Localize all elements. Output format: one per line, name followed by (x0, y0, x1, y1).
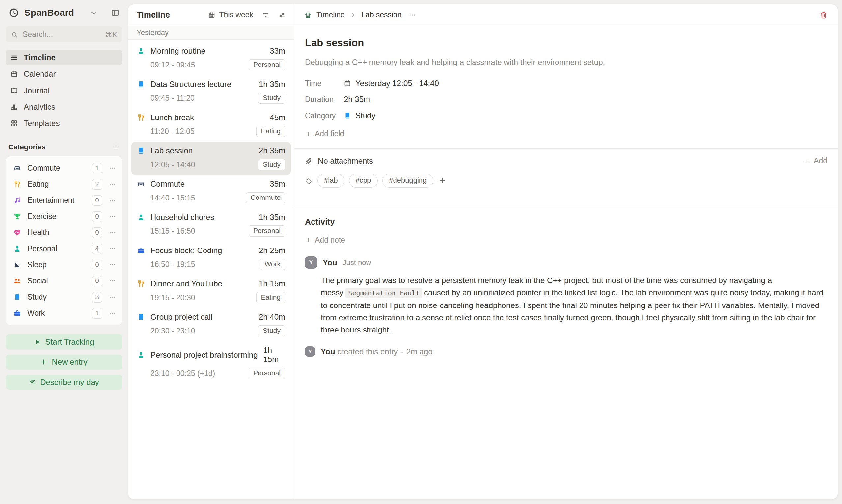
timeline-entry-lab-session[interactable]: Lab session2h 35m12:05 - 14:40Study (131, 142, 291, 175)
sidebar-toggle-icon[interactable] (111, 8, 120, 17)
dots-h-icon[interactable] (109, 277, 116, 285)
plus-icon (40, 359, 48, 366)
person-icon (137, 213, 145, 221)
search-shortcut: ⌘K (105, 31, 117, 38)
date-range-selector[interactable]: This week (208, 11, 253, 19)
detail-body: Lab session Debugging a C++ memory leak … (294, 26, 838, 357)
app-title: SpanBoard (24, 7, 74, 18)
entry-duration: 35m (270, 179, 285, 188)
attachments-empty-label: No attachments (318, 156, 373, 166)
category-row-health[interactable]: Health0 (6, 224, 122, 241)
category-row-sleep[interactable]: Sleep0 (6, 257, 122, 273)
field-value-duration[interactable]: 2h 35m (344, 95, 827, 104)
sidebar-item-journal[interactable]: Journal (5, 83, 122, 98)
sidebar-item-calendar[interactable]: Calendar (5, 66, 122, 82)
category-row-exercise[interactable]: Exercise0 (6, 209, 122, 224)
field-label-time: Time (305, 79, 344, 88)
entry-duration: 2h 25m (259, 246, 285, 255)
timeline-entry-group-project-call[interactable]: Group project call2h 40m20:30 - 23:10Stu… (131, 308, 291, 341)
field-value-time[interactable]: Yesterday 12:05 - 14:40 (344, 79, 827, 88)
timeline-entry-morning-routine[interactable]: Morning routine33m09:12 - 09:45Personal (131, 42, 291, 75)
dots-h-icon[interactable] (109, 213, 116, 220)
dots-h-icon[interactable] (109, 261, 116, 269)
add-field-button[interactable]: Add field (305, 129, 344, 138)
dots-h-icon[interactable] (109, 164, 116, 172)
timeline-entry-commute[interactable]: Commute35m14:40 - 15:15Commute (131, 175, 291, 209)
breadcrumb-root[interactable]: Timeline (317, 11, 345, 19)
entry-duration: 1h 15m (259, 279, 285, 288)
category-row-study[interactable]: Study3 (6, 289, 122, 305)
chevron-down-icon[interactable] (90, 9, 97, 17)
avatar: Y (305, 346, 315, 357)
sidebar-item-templates[interactable]: Templates (5, 115, 122, 131)
category-row-eating[interactable]: Eating2 (6, 176, 122, 192)
dots-h-icon[interactable] (109, 293, 116, 301)
book-icon (14, 293, 21, 301)
timeline-panel-title: Timeline (137, 10, 170, 20)
book-icon (137, 313, 145, 321)
timeline-entry-dinner-and-youtube[interactable]: Dinner and YouTube1h 15m19:15 - 20:30Eat… (131, 275, 291, 308)
dots-h-icon[interactable] (109, 309, 116, 317)
calendar-icon (10, 70, 18, 78)
category-label: Entertainment (27, 196, 74, 205)
dots-h-icon[interactable] (109, 245, 116, 252)
category-label: Health (27, 228, 49, 237)
add-attachment-button[interactable]: Add (804, 156, 827, 165)
field-value-category[interactable]: Study (344, 111, 827, 120)
timeline-entry-household-chores[interactable]: Household chores1h 35m15:15 - 16:50Perso… (131, 209, 291, 241)
category-count: 0 (92, 276, 103, 286)
category-count: 0 (92, 228, 103, 238)
activity-comment: Y You Just now The primary goal was to r… (305, 256, 827, 336)
timeline-entry-lunch-break[interactable]: Lunch break45m11:20 - 12:05Eating (131, 109, 291, 142)
entry-duration: 45m (270, 113, 285, 122)
search-placeholder: Search... (23, 30, 53, 39)
add-tag-icon[interactable] (438, 177, 446, 184)
comment-header: Y You Just now (305, 256, 827, 269)
search-input[interactable]: Search... ⌘K (5, 26, 122, 42)
car-icon (14, 164, 21, 172)
filter-icon[interactable] (262, 12, 269, 19)
entry-title: Lunch break (150, 113, 194, 122)
add-category-icon[interactable] (112, 144, 120, 151)
entry-category-badge: Personal (249, 59, 285, 70)
trash-icon[interactable] (819, 11, 828, 19)
tag-pill-lab[interactable]: #lab (318, 174, 344, 188)
timeline-entry-data-structures-lecture[interactable]: Data Structures lecture1h 35m09:45 - 11:… (131, 75, 291, 109)
sliders-icon[interactable] (278, 12, 286, 19)
timeline-entry-focus-block-coding[interactable]: Focus block: Coding2h 25m16:50 - 19:15Wo… (131, 241, 291, 275)
entry-time-range: 20:30 - 23:10 (150, 327, 195, 336)
category-row-entertainment[interactable]: Entertainment0 (6, 192, 122, 209)
comment-timestamp: Just now (343, 258, 372, 267)
category-count: 1 (92, 308, 103, 319)
category-row-social[interactable]: Social0 (6, 273, 122, 289)
entry-time-range: 16:50 - 19:15 (150, 260, 195, 269)
sidebar: SpanBoard Search... ⌘K TimelineCalendarJ… (0, 0, 128, 504)
tag-pill-debugging[interactable]: #debugging (382, 174, 433, 188)
more-options-icon[interactable] (409, 12, 416, 19)
new-entry-button[interactable]: New entry (5, 355, 122, 370)
detail-header: Timeline Lab session (294, 4, 838, 26)
home-icon[interactable] (304, 12, 311, 19)
timeline-tools: This week (208, 11, 286, 19)
category-label: Study (27, 293, 47, 302)
dots-h-icon[interactable] (109, 180, 116, 188)
category-row-work[interactable]: Work1 (6, 305, 122, 321)
timeline-entry-personal-project-brainstorming[interactable]: Personal project brainstorming1h 15m23:1… (131, 341, 291, 384)
dots-h-icon[interactable] (109, 229, 116, 236)
sidebar-buttons: Start TrackingNew entryDescribe my day (5, 335, 122, 390)
category-row-commute[interactable]: Commute1 (6, 160, 122, 176)
sidebar-item-label: Calendar (24, 70, 56, 79)
sidebar-item-timeline[interactable]: Timeline (5, 50, 122, 65)
entry-time-range: 09:12 - 09:45 (150, 60, 195, 70)
describe-my-day-button[interactable]: Describe my day (5, 375, 122, 390)
start-tracking-button[interactable]: Start Tracking (5, 335, 122, 349)
calendar-icon (344, 80, 351, 87)
sidebar-item-label: Timeline (24, 53, 56, 62)
category-row-personal[interactable]: Personal4 (6, 241, 122, 257)
tag-pill-cpp[interactable]: #cpp (349, 174, 378, 188)
footer-time: 2m ago (406, 347, 433, 356)
add-note-button[interactable]: Add note (305, 236, 345, 245)
paperclip-icon (305, 157, 312, 165)
dots-h-icon[interactable] (109, 197, 116, 204)
sidebar-item-analytics[interactable]: Analytics (5, 99, 122, 114)
